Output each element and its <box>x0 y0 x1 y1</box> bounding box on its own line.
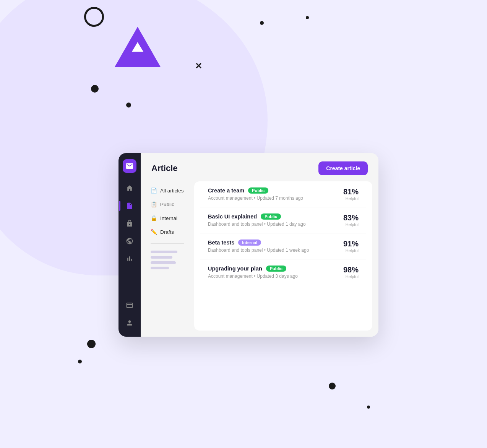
nav-item-label: Public <box>160 202 174 207</box>
left-nav: 📄All articles📋Public🔒Internal✏️Drafts <box>141 181 194 337</box>
article-badge: Public <box>266 266 286 272</box>
article-title: Basic UI explained <box>208 213 257 220</box>
nav-item-public[interactable]: 📋Public <box>147 198 188 210</box>
app-logo <box>111 23 164 73</box>
sidebar-item-card[interactable] <box>122 298 137 313</box>
deco-dot-bottom-left <box>87 340 96 348</box>
helpful-label: Helpful <box>343 274 359 279</box>
article-right: 98% Helpful <box>343 266 359 279</box>
deco-circle-bottom-right <box>329 383 336 389</box>
deco-dot-top-right <box>260 21 264 25</box>
article-left: Create a team Public Account management … <box>208 187 303 201</box>
nav-item-label: All articles <box>160 188 184 194</box>
nav-icon: ✏️ <box>151 229 157 235</box>
article-left: Upgrading your plan Public Account manag… <box>208 266 298 279</box>
article-title-row: Create a team Public <box>208 187 303 194</box>
nav-item-drafts[interactable]: ✏️Drafts <box>147 226 188 238</box>
article-badge: Public <box>261 213 281 220</box>
article-left: Beta tests Internal Dashboard and tools … <box>208 239 309 253</box>
deco-dot-mid <box>126 103 131 108</box>
helpful-label: Helpful <box>343 222 359 227</box>
nav-item-label: Drafts <box>160 229 174 235</box>
sidebar-item-internal[interactable] <box>122 216 137 231</box>
helpful-label: Helpful <box>343 196 359 201</box>
create-article-button[interactable]: Create article <box>318 161 368 175</box>
nav-icon: 📋 <box>151 201 157 207</box>
helpful-percent: 81% <box>343 187 359 196</box>
page-title: Article <box>151 163 177 173</box>
article-meta: Dashboard and tools panel • Updated 1 da… <box>208 222 306 227</box>
helpful-percent: 83% <box>343 213 359 222</box>
article-meta: Dashboard and tools panel • Updated 1 we… <box>208 248 309 253</box>
header: Article Create article <box>141 153 378 181</box>
sidebar-item-user[interactable] <box>122 315 137 331</box>
deco-dot-bottom-right2 <box>367 406 370 409</box>
article-badge: Public <box>248 187 268 194</box>
deco-dot-bottom-left2 <box>78 360 82 363</box>
article-title: Create a team <box>208 187 244 194</box>
nav-placeholder-line <box>151 261 176 264</box>
article-item[interactable]: Beta tests Internal Dashboard and tools … <box>200 233 366 259</box>
article-item[interactable]: Create a team Public Account management … <box>200 181 366 207</box>
article-right: 91% Helpful <box>343 239 359 253</box>
helpful-label: Helpful <box>343 248 359 253</box>
articles-list: Create a team Public Account management … <box>194 181 372 331</box>
article-badge: Internal <box>238 239 261 246</box>
article-right: 81% Helpful <box>343 187 359 201</box>
nav-icon: 🔒 <box>151 215 157 221</box>
article-title-row: Basic UI explained Public <box>208 213 306 220</box>
sidebar-item-home[interactable] <box>122 181 137 196</box>
article-title: Beta tests <box>208 239 234 246</box>
sidebar <box>119 153 141 337</box>
article-title: Upgrading your plan <box>208 266 262 272</box>
article-item[interactable]: Upgrading your plan Public Account manag… <box>200 259 366 285</box>
deco-dot-top-far <box>306 16 309 19</box>
sidebar-item-globe[interactable] <box>122 233 137 249</box>
main-content: Article Create article 📄All articles📋Pub… <box>141 153 378 337</box>
nav-placeholder-line <box>151 267 169 269</box>
article-meta: Account management • Updated 3 days ago <box>208 274 298 279</box>
helpful-percent: 98% <box>343 266 359 274</box>
content-area: 📄All articles📋Public🔒Internal✏️Drafts Cr… <box>141 181 378 337</box>
nav-divider <box>151 243 184 244</box>
nav-lines <box>147 251 188 269</box>
nav-icon: 📄 <box>151 187 157 194</box>
nav-item-all-articles[interactable]: 📄All articles <box>147 184 188 197</box>
deco-x-mark: ✕ <box>195 62 202 70</box>
article-left: Basic UI explained Public Dashboard and … <box>208 213 306 227</box>
sidebar-item-article[interactable] <box>122 198 137 213</box>
article-item[interactable]: Basic UI explained Public Dashboard and … <box>200 207 366 233</box>
nav-item-internal[interactable]: 🔒Internal <box>147 212 188 224</box>
article-title-row: Beta tests Internal <box>208 239 309 246</box>
article-title-row: Upgrading your plan Public <box>208 266 298 272</box>
helpful-percent: 91% <box>343 239 359 248</box>
nav-placeholder-line <box>151 256 172 259</box>
app-window: Article Create article 📄All articles📋Pub… <box>119 153 378 337</box>
sidebar-item-chart[interactable] <box>122 251 137 266</box>
deco-circle-small-left <box>91 85 99 93</box>
deco-circle-outline <box>84 7 104 27</box>
sidebar-logo[interactable] <box>123 159 136 173</box>
article-meta: Account management • Updated 7 months ag… <box>208 195 303 201</box>
nav-item-label: Internal <box>160 215 177 221</box>
nav-placeholder-line <box>151 251 177 253</box>
article-right: 83% Helpful <box>343 213 359 227</box>
